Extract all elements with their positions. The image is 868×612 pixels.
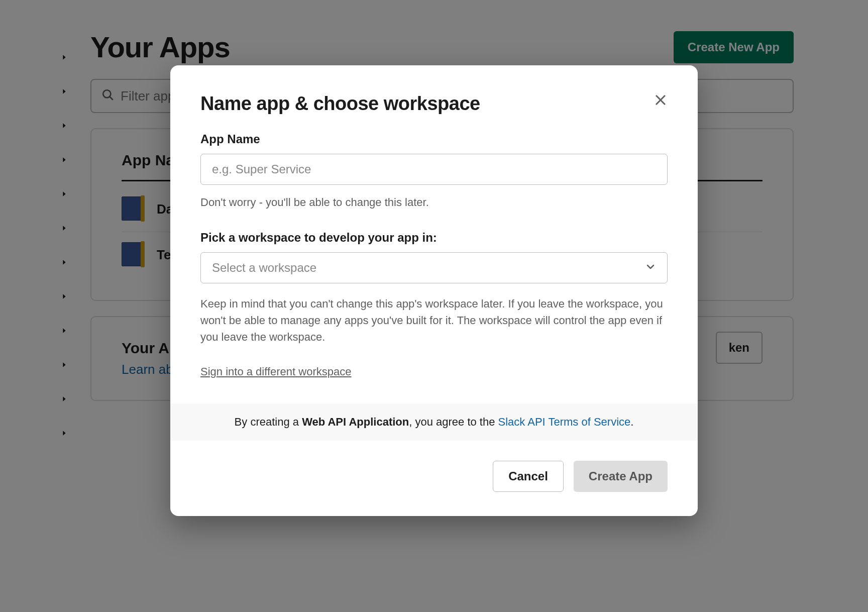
modal-body: Name app & choose workspace App Name Don… (170, 65, 698, 403)
app-name-input[interactable] (200, 154, 668, 185)
signin-different-workspace-link[interactable]: Sign into a different workspace (200, 365, 351, 378)
modal-footer: Cancel Create App (170, 441, 698, 516)
app-name-label: App Name (200, 132, 668, 146)
tos-text-bold: Web API Application (302, 416, 409, 428)
modal-title: Name app & choose workspace (200, 93, 480, 115)
tos-text-prefix: By creating a (235, 416, 302, 428)
create-app-modal: Name app & choose workspace App Name Don… (170, 65, 698, 516)
workspace-helper: Keep in mind that you can't change this … (200, 295, 668, 345)
modal-overlay[interactable]: Name app & choose workspace App Name Don… (0, 0, 868, 612)
close-icon (654, 101, 668, 109)
workspace-label: Pick a workspace to develop your app in: (200, 231, 668, 245)
tos-link[interactable]: Slack API Terms of Service (498, 416, 631, 428)
cancel-button[interactable]: Cancel (493, 461, 564, 492)
tos-text-middle: , you agree to the (409, 416, 498, 428)
close-button[interactable] (654, 93, 668, 109)
app-name-helper: Don't worry - you'll be able to change t… (200, 194, 668, 211)
tos-bar: By creating a Web API Application, you a… (170, 403, 698, 441)
workspace-select-wrap: Select a workspace (200, 252, 668, 283)
workspace-select[interactable]: Select a workspace (200, 252, 668, 283)
tos-text-suffix: . (630, 416, 633, 428)
create-app-button[interactable]: Create App (574, 461, 668, 492)
modal-header: Name app & choose workspace (200, 93, 668, 115)
